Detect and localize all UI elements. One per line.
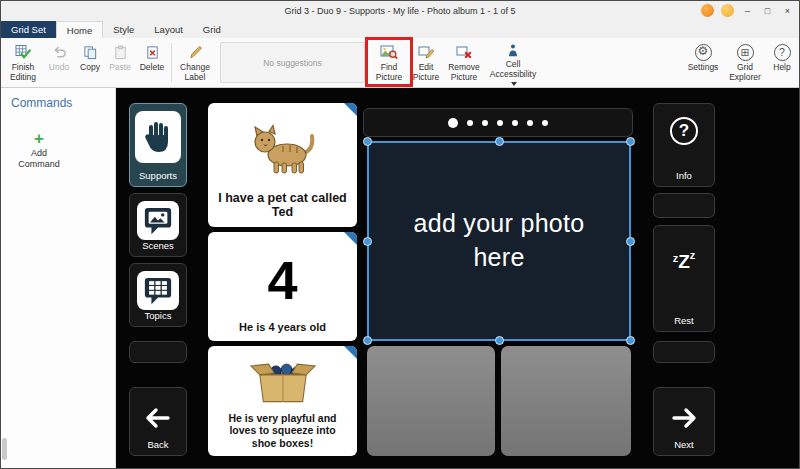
selection-handle[interactable] xyxy=(495,137,504,146)
cell-fold-icon xyxy=(344,232,357,245)
maximize-button[interactable]: □ xyxy=(761,6,774,16)
empty-photo-slot[interactable] xyxy=(367,346,495,456)
grid-explorer-icon: ⊞ xyxy=(737,43,754,61)
gear-icon: ⚙ xyxy=(695,43,712,61)
finish-editing-button[interactable]: Finish Editing xyxy=(3,39,43,86)
rest-zzz-icon: zZz xyxy=(673,251,696,273)
paste-button[interactable]: Paste xyxy=(105,39,135,86)
tab-grid-set[interactable]: Grid Set xyxy=(1,21,56,38)
cell-supports[interactable]: Supports xyxy=(129,103,187,187)
selection-handle[interactable] xyxy=(495,336,504,345)
selection-handle[interactable] xyxy=(626,237,635,246)
paste-icon xyxy=(113,43,128,61)
button-label: Edit Picture xyxy=(411,63,441,83)
cell-pet-cat[interactable]: I have a pet cat called Ted xyxy=(208,103,357,227)
button-label: Copy xyxy=(80,63,100,73)
change-label-button[interactable]: Change Label xyxy=(174,39,216,86)
close-button[interactable]: × xyxy=(781,6,794,16)
page-dot xyxy=(527,120,533,126)
tab-home[interactable]: Home xyxy=(56,21,103,38)
scrollbar-thumb[interactable] xyxy=(2,438,7,460)
cat-picture xyxy=(246,109,320,191)
empty-cell[interactable] xyxy=(129,341,187,363)
cell-topics[interactable]: Topics xyxy=(129,263,187,327)
selection-handle[interactable] xyxy=(363,336,372,345)
edit-picture-button[interactable]: Edit Picture xyxy=(409,39,443,86)
button-label: Undo xyxy=(49,63,69,73)
main-area: Commands + Add Command Supports Scenes xyxy=(1,88,799,468)
grid-explorer-button[interactable]: ⊞ Grid Explorer xyxy=(723,39,767,86)
button-label: Help xyxy=(773,63,790,73)
button-label: Remove Picture xyxy=(445,63,483,83)
cell-fold-icon xyxy=(344,103,357,116)
box-picture xyxy=(244,352,322,412)
button-label: Settings xyxy=(688,63,719,73)
window-title: Grid 3 - Duo 9 - Supports - My life - Ph… xyxy=(1,6,799,16)
selection-handle[interactable] xyxy=(363,237,372,246)
change-label-icon xyxy=(188,43,203,61)
button-label: Change Label xyxy=(176,63,214,83)
photo-placeholder-cell[interactable]: add your photo here xyxy=(367,141,631,341)
cell-scenes[interactable]: Scenes xyxy=(129,193,187,257)
empty-cell[interactable] xyxy=(653,341,715,363)
info-icon: ? xyxy=(670,117,698,145)
cell-next[interactable]: Next xyxy=(653,387,715,456)
help-button[interactable]: ? Help xyxy=(767,39,797,86)
add-command-button[interactable]: + Add Command xyxy=(13,130,65,170)
ribbon-spacer xyxy=(541,39,683,86)
suggestions-box: No suggestions xyxy=(220,42,365,83)
find-picture-button[interactable]: Find Picture xyxy=(369,39,409,86)
titlebar: Grid 3 - Duo 9 - Supports - My life - Ph… xyxy=(1,1,799,20)
numeral-four: 4 xyxy=(267,238,297,321)
reaction-emoji-icon xyxy=(721,4,734,17)
plus-icon: + xyxy=(34,130,44,147)
ribbon-separator xyxy=(171,43,172,82)
commands-title: Commands xyxy=(11,96,115,110)
scenes-bubble-icon xyxy=(137,201,179,240)
settings-button[interactable]: ⚙ Settings xyxy=(683,39,723,86)
selection-handle[interactable] xyxy=(363,137,372,146)
remove-picture-button[interactable]: Remove Picture xyxy=(443,39,485,86)
tab-grid[interactable]: Grid xyxy=(193,21,231,38)
commands-panel: Commands + Add Command xyxy=(1,88,116,468)
page-dot xyxy=(467,120,473,126)
page-dot xyxy=(512,120,518,126)
cell-label: Info xyxy=(676,170,692,181)
cell-label: I have a pet cat called Ted xyxy=(216,191,349,221)
delete-icon xyxy=(145,43,160,61)
cell-label: Back xyxy=(147,439,168,450)
empty-cell[interactable] xyxy=(653,193,715,218)
delete-button[interactable]: Delete xyxy=(135,39,169,86)
button-label: Paste xyxy=(109,63,131,73)
cell-info[interactable]: ? Info xyxy=(653,103,715,187)
undo-button[interactable]: Undo xyxy=(43,39,75,86)
cell-back[interactable]: Back xyxy=(129,387,187,456)
tab-style[interactable]: Style xyxy=(103,21,144,38)
button-label: Find Picture xyxy=(371,63,407,83)
app-window: Grid 3 - Duo 9 - Supports - My life - Ph… xyxy=(0,0,800,469)
page-indicator-cell[interactable] xyxy=(363,108,633,137)
cell-label: Topics xyxy=(145,310,172,321)
find-picture-icon xyxy=(380,43,398,61)
tab-layout[interactable]: Layout xyxy=(144,21,193,38)
cell-age[interactable]: 4 He is 4 years old xyxy=(208,232,357,341)
button-label: Cell Accessibility xyxy=(487,60,539,89)
next-arrow-icon xyxy=(670,407,698,433)
cell-rest[interactable]: zZz Rest xyxy=(653,225,715,332)
cell-label: Scenes xyxy=(142,240,174,251)
minimize-button[interactable]: – xyxy=(741,6,754,16)
selection-handle[interactable] xyxy=(626,137,635,146)
finish-editing-icon xyxy=(15,43,31,61)
undo-icon xyxy=(52,43,67,61)
cell-shoe-boxes[interactable]: He is very playful and loves to squeeze … xyxy=(208,346,357,456)
page-dots xyxy=(448,118,548,128)
cell-accessibility-button[interactable]: Cell Accessibility xyxy=(485,39,541,86)
page-dot xyxy=(497,120,503,126)
copy-icon xyxy=(83,43,98,61)
cell-label: Next xyxy=(674,439,694,450)
selection-handle[interactable] xyxy=(626,336,635,345)
grid-board: Supports Scenes Topics Back xyxy=(116,88,799,468)
empty-photo-slot[interactable] xyxy=(501,346,631,456)
page-dot xyxy=(482,120,488,126)
copy-button[interactable]: Copy xyxy=(75,39,105,86)
